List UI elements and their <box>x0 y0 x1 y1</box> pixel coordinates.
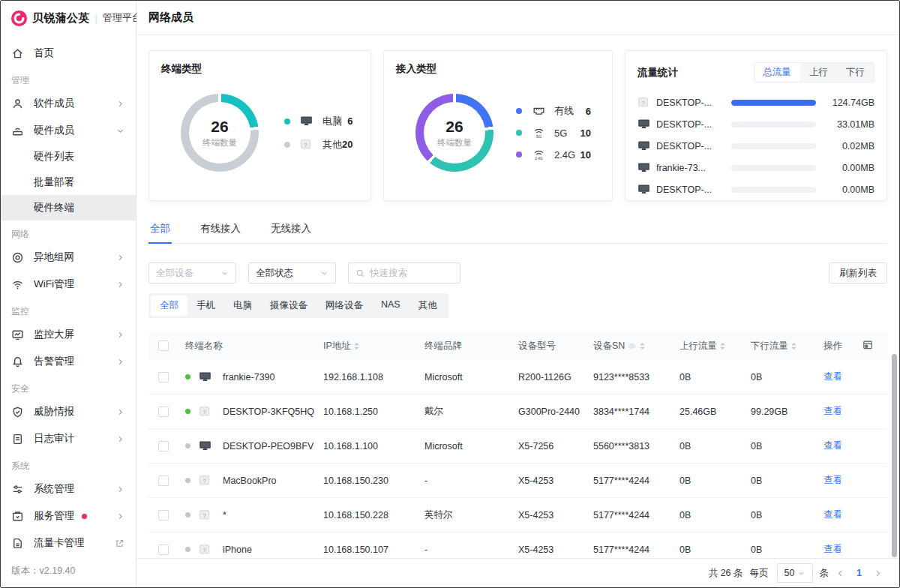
up-traffic: 25.46GB <box>680 406 751 417</box>
traffic-tab[interactable]: 总流量 <box>754 63 801 82</box>
chevron-right-icon <box>116 331 124 339</box>
traffic-row: DESKTOP-... 0.00MB <box>638 179 874 200</box>
computer-icon <box>638 118 650 130</box>
row-checkbox[interactable] <box>158 510 169 520</box>
legend-dot <box>516 152 522 158</box>
sidebar-item[interactable]: 异地组网 <box>1 244 136 271</box>
page-size-select[interactable]: 50 <box>777 563 813 583</box>
log-icon <box>11 433 24 446</box>
refresh-list-button[interactable]: 刷新列表 <box>829 262 887 284</box>
legend-item: 电脑 6 <box>284 115 352 128</box>
legend-item: ? 其他 20 <box>284 138 352 152</box>
sidebar-item[interactable]: 服务管理 <box>1 502 136 530</box>
column-settings-icon[interactable] <box>862 339 874 353</box>
next-page-button[interactable] <box>873 568 883 578</box>
row-checkbox[interactable] <box>158 372 169 382</box>
eye-off-icon[interactable] <box>627 341 637 351</box>
chevron-right-icon <box>116 512 124 520</box>
per-page-label: 每页 <box>750 567 769 580</box>
red-dot-badge <box>82 514 87 519</box>
legend-label: 电脑 <box>322 115 342 128</box>
chevron-right-icon <box>116 358 124 366</box>
legend-item: 5G 5G 10 <box>516 126 591 140</box>
device-name: * <box>223 510 226 520</box>
current-page[interactable]: 1 <box>852 568 866 578</box>
col-name-header: 终端名称 <box>185 340 223 352</box>
sort-icon[interactable] <box>790 341 797 351</box>
vertical-scrollbar[interactable] <box>892 354 897 557</box>
terminal-count: 26 <box>446 118 463 136</box>
sidebar-item[interactable]: 系统管理 <box>1 476 136 502</box>
unknown-device-icon: ? <box>199 509 212 521</box>
computer-icon <box>638 184 650 196</box>
table-row: ? MacBookPro 10.168.150.230 - X5-4253 51… <box>148 464 887 498</box>
device-type-select[interactable]: 全部设备 <box>148 262 236 284</box>
device-name: MacBookPro <box>223 476 277 486</box>
version-label: 版本：v2.19.40 <box>1 555 136 587</box>
sidebar-subitem[interactable]: 硬件终端 <box>1 195 136 220</box>
sidebar-item[interactable]: 威胁情报 <box>1 398 136 425</box>
device-model: X5-4253 <box>518 476 593 486</box>
view-link[interactable]: 查看 <box>824 474 842 487</box>
sidebar-item[interactable]: 软件成员 <box>1 90 136 117</box>
view-link[interactable]: 查看 <box>824 370 842 383</box>
device-brand: Microsoft <box>424 441 518 452</box>
shield-icon <box>11 406 24 418</box>
status-dot <box>185 512 190 518</box>
sidebar-subitem[interactable]: 批量部署 <box>1 170 136 195</box>
device-ip: 192.168.1.108 <box>323 372 424 382</box>
row-checkbox[interactable] <box>158 476 169 486</box>
sort-icon[interactable] <box>639 341 646 351</box>
sidebar-item[interactable]: 流量卡管理 <box>1 530 136 555</box>
traffic-tab[interactable]: 下行 <box>837 63 874 82</box>
category-chip[interactable]: 电脑 <box>224 296 261 316</box>
sort-icon[interactable] <box>353 341 360 351</box>
table-row: DESKTOP-PEO9BFV 10.168.1.100 Microsoft X… <box>148 429 887 464</box>
traffic-value: 0.00MB <box>825 163 874 173</box>
total-count: 共 26 条 <box>709 567 743 580</box>
view-link[interactable]: 查看 <box>824 508 842 521</box>
category-chip[interactable]: 网络设备 <box>316 296 372 316</box>
sidebar-item[interactable]: 首页 <box>1 40 136 67</box>
sidebar-item[interactable]: WiFi管理 <box>1 271 136 298</box>
category-chip[interactable]: NAS <box>372 296 410 316</box>
traffic-value: 0.02MB <box>825 141 874 152</box>
row-checkbox[interactable] <box>158 544 169 555</box>
sidebar-subitem[interactable]: 硬件列表 <box>1 144 136 170</box>
sidebar-item[interactable]: 日志审计 <box>1 425 136 452</box>
sidebar-item[interactable]: 告警管理 <box>1 348 136 375</box>
sort-icon[interactable] <box>719 341 726 351</box>
legend-value: 20 <box>342 139 352 150</box>
traffic-bar <box>731 165 816 171</box>
select-all-checkbox[interactable] <box>158 340 169 351</box>
view-link[interactable]: 查看 <box>824 543 842 556</box>
legend-dot <box>516 108 522 114</box>
category-chip[interactable]: 摄像设备 <box>261 296 316 316</box>
category-chip[interactable]: 其他 <box>410 296 446 316</box>
row-checkbox[interactable] <box>158 406 169 417</box>
svg-text:?: ? <box>202 547 206 554</box>
connection-tab[interactable]: 无线接入 <box>269 218 313 244</box>
view-link[interactable]: 查看 <box>824 440 842 452</box>
sidebar-item[interactable]: 硬件成员 <box>1 117 136 144</box>
row-checkbox[interactable] <box>158 441 169 452</box>
wifi-icon <box>11 278 24 291</box>
sidebar-section-label: 网络 <box>1 220 136 244</box>
sidebar-item[interactable]: 监控大屏 <box>1 321 136 348</box>
connection-tab[interactable]: 全部 <box>148 218 172 244</box>
down-traffic: 0B <box>751 372 824 382</box>
status-select[interactable]: 全部状态 <box>248 262 336 284</box>
traffic-tab[interactable]: 上行 <box>800 63 837 82</box>
device-sn: 5177****4244 <box>593 544 680 555</box>
search-input[interactable]: 快速搜索 <box>348 262 460 284</box>
sidebar-section-label: 系统 <box>1 452 136 476</box>
svg-text:?: ? <box>641 100 644 106</box>
connection-tab[interactable]: 有线接入 <box>199 218 242 244</box>
view-link[interactable]: 查看 <box>824 405 842 418</box>
card-title: 流量统计 <box>638 66 678 80</box>
category-chip[interactable]: 全部 <box>151 296 188 316</box>
status-dot <box>185 547 190 552</box>
prev-page-button[interactable] <box>836 568 845 578</box>
category-chip[interactable]: 手机 <box>188 296 224 316</box>
traffic-value: 33.01MB <box>825 119 874 130</box>
